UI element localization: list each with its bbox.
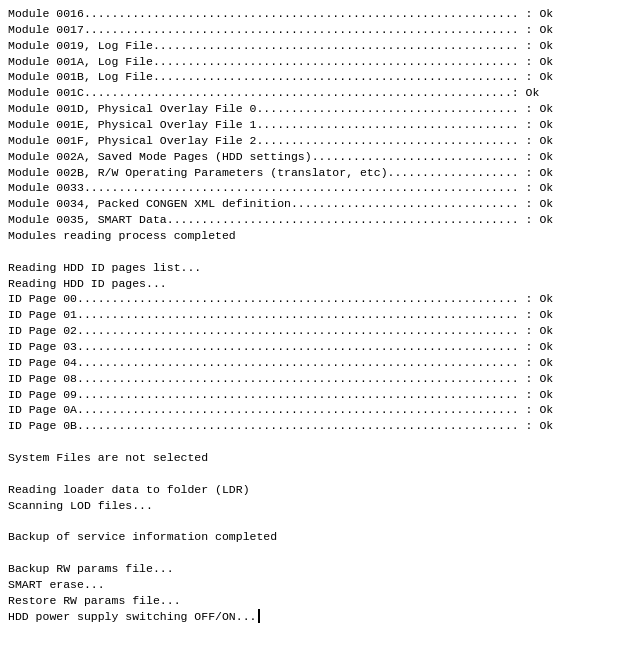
log-output: Module 0016.............................… bbox=[8, 6, 623, 625]
text-cursor bbox=[258, 609, 260, 623]
log-container: Module 0016.............................… bbox=[0, 0, 631, 653]
